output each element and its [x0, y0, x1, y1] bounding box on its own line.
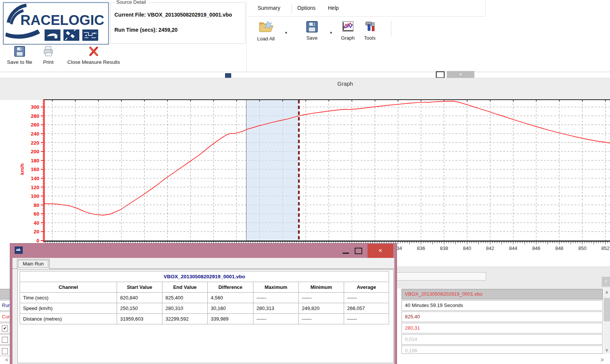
column-header[interactable]: Minimum	[299, 282, 344, 293]
selection-region[interactable]	[246, 100, 299, 241]
svg-text:848: 848	[555, 245, 564, 251]
channel-row-fragment[interactable]	[0, 345, 10, 356]
scroll-left-icon[interactable]: <	[3, 356, 11, 363]
column-header[interactable]: Start Value	[117, 282, 162, 293]
column-header[interactable]: Difference	[208, 282, 253, 293]
table-cell: 280,310	[162, 303, 208, 314]
channel-row-fragment[interactable]: Run	[0, 300, 10, 311]
svg-text:40: 40	[34, 220, 39, 226]
channel-label-fragment: Cur	[2, 314, 10, 319]
minimize-button[interactable]	[343, 253, 349, 254]
table-cell: 266,057	[344, 303, 389, 314]
dock-field	[395, 272, 486, 281]
measure-results-window: × Main Run VBOX_20130508202919_0001.vboC…	[10, 244, 397, 364]
channel-checkbox[interactable]	[2, 337, 8, 343]
table-cell: Distance (metres)	[20, 314, 117, 324]
table-cell: 31959,603	[117, 314, 162, 324]
svg-text:844: 844	[509, 245, 517, 251]
value-row[interactable]: 0,014	[402, 334, 603, 345]
scroll-down-icon[interactable]: ∨	[604, 347, 610, 353]
channel-row-fragment[interactable]	[0, 334, 10, 345]
channel-column-header	[0, 289, 10, 299]
scrollbar-thumb[interactable]	[604, 298, 610, 321]
table-cell: 820,840	[117, 293, 162, 303]
svg-text:140: 140	[31, 176, 39, 181]
scroll-right-icon[interactable]: >	[599, 356, 605, 363]
measure-table-panel: VBOX_20130508202919_0001.vboChannelStart…	[17, 270, 394, 363]
svg-text:60: 60	[34, 211, 39, 217]
table-cell: 280,313	[253, 303, 299, 314]
plot-top-border	[43, 99, 610, 100]
measure-window-titlebar[interactable]: ×	[10, 244, 397, 258]
svg-text:842: 842	[486, 245, 494, 251]
svg-text:200: 200	[31, 149, 39, 154]
speed-graph[interactable]: 8048068088108128148168188208228248268288…	[0, 0, 610, 264]
channel-checkbox[interactable]	[2, 348, 8, 354]
svg-text:840: 840	[463, 245, 471, 251]
svg-text:280: 280	[31, 113, 39, 119]
svg-text:838: 838	[440, 245, 448, 251]
table-cell: ------	[253, 314, 299, 324]
table-cell: Time (secs)	[20, 293, 117, 303]
column-header[interactable]: End Value	[162, 282, 208, 293]
svg-text:120: 120	[31, 185, 39, 190]
measure-table: VBOX_20130508202919_0001.vboChannelStart…	[20, 271, 389, 324]
tab-strip-line	[12, 268, 394, 269]
column-header[interactable]: Average	[344, 282, 389, 293]
table-cell: 249,820	[299, 303, 344, 314]
svg-text:20: 20	[34, 229, 39, 234]
table-row[interactable]: Time (secs)820,840825,4004,560----------…	[20, 293, 389, 303]
svg-text:80: 80	[34, 202, 39, 208]
svg-text:850: 850	[578, 245, 587, 251]
svg-text:0: 0	[36, 238, 39, 244]
maximize-button[interactable]	[355, 248, 362, 254]
channel-checkbox[interactable]: ✔	[2, 325, 8, 332]
table-cell: 339,989	[208, 314, 253, 324]
value-panel-header: VBOX_20130508202919_0001.vbo	[402, 289, 603, 299]
table-cell: 4,560	[208, 293, 253, 303]
table-title-row: VBOX_20130508202919_0001.vbo	[20, 271, 389, 282]
column-header[interactable]: Maximum	[253, 282, 299, 293]
svg-text:852: 852	[601, 245, 610, 251]
table-cell: 32299,592	[162, 314, 208, 324]
table-cell: 825,400	[162, 293, 208, 303]
svg-text:220: 220	[31, 140, 39, 146]
svg-text:160: 160	[31, 167, 39, 172]
measure-window-icon	[15, 247, 23, 254]
channel-label-fragment: Run	[2, 302, 10, 308]
vbox-tools-app: RACELOGIC Source Detail Current File: VB…	[0, 0, 610, 364]
value-row[interactable]: 40 Minutes 59.19 Seconds	[402, 300, 603, 311]
panel-close-icon[interactable]: ×	[602, 277, 610, 287]
svg-text:260: 260	[31, 122, 39, 128]
table-cell: ------	[344, 314, 389, 324]
table-cell: ------	[299, 314, 344, 324]
scroll-up-icon[interactable]: ∧	[604, 290, 610, 295]
column-header[interactable]: Channel	[20, 282, 117, 293]
close-button[interactable]: ×	[368, 244, 393, 258]
plot-background	[43, 100, 610, 241]
svg-text:836: 836	[417, 245, 425, 251]
table-cell: Speed (km/h)	[20, 303, 117, 314]
svg-text:300: 300	[31, 104, 39, 110]
value-row[interactable]: 0,156	[402, 345, 603, 354]
table-cell: 30,160	[208, 303, 253, 314]
table-cell: 250,150	[117, 303, 162, 314]
table-row[interactable]: Speed (km/h)250,150280,31030,160280,3132…	[20, 303, 389, 314]
y-tick-labels: 0204060801001201401601802002202402602803…	[31, 104, 39, 244]
table-title: VBOX_20130508202919_0001.vbo	[20, 271, 389, 282]
svg-text:180: 180	[31, 158, 39, 163]
table-row[interactable]: Distance (metres)31959,60332299,592339,9…	[20, 314, 389, 324]
svg-text:846: 846	[532, 245, 541, 251]
value-row[interactable]: 825,40	[402, 312, 603, 322]
vertical-scrollbar[interactable]: ∧ ∨	[604, 289, 610, 354]
svg-text:240: 240	[31, 131, 39, 137]
x-axis	[43, 241, 610, 242]
table-cell: ------	[344, 293, 389, 303]
y-axis-title: km/h	[19, 163, 25, 175]
value-row[interactable]: 280,31	[402, 323, 603, 333]
measure-window-client: Main Run VBOX_20130508202919_0001.vboCha…	[12, 258, 394, 364]
channel-row-fragment[interactable]: ✔	[0, 323, 10, 333]
channel-row-fragment[interactable]: Cur	[0, 312, 10, 322]
tab-main-run[interactable]: Main Run	[17, 259, 49, 269]
svg-text:100: 100	[31, 193, 39, 199]
